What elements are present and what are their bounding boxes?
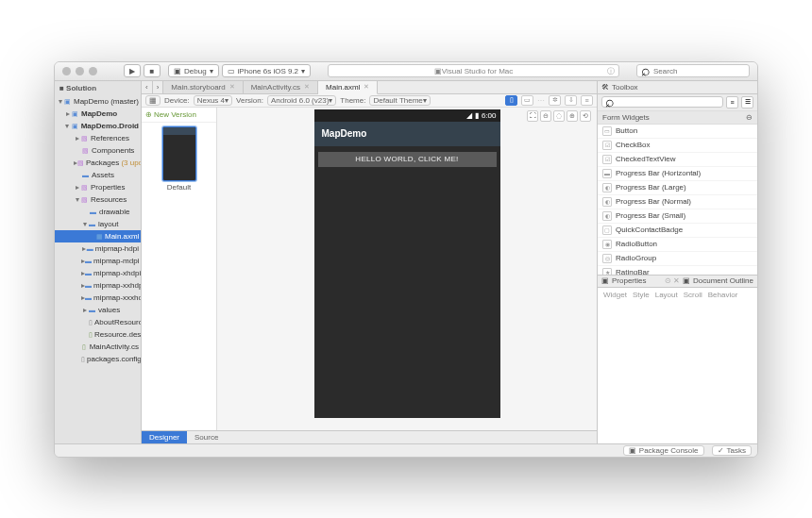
designer-tab[interactable]: Designer — [142, 431, 187, 443]
device-selector[interactable]: ▭ iPhone 6s iOS 9.2 ▾ — [222, 64, 311, 77]
close-icon[interactable]: ✕ — [229, 83, 235, 91]
tree-file[interactable]: ▯MainActivity.cs — [55, 341, 141, 353]
tree-folder[interactable]: ▸▬mipmap-hdpi — [55, 242, 141, 255]
tree-folder[interactable]: ▸▬mipmap-mdpi — [55, 255, 141, 267]
document-tabs: ‹ › Main.storyboard✕ MainActivity.cs✕ Ma… — [142, 81, 597, 94]
minimize-icon[interactable] — [76, 67, 84, 75]
toolbox-item[interactable]: ◐Progress Bar (Large) — [598, 181, 757, 195]
toolbox-item[interactable]: ★RatingBar — [598, 266, 757, 275]
tab-mainactivity[interactable]: MainActivity.cs✕ — [244, 81, 318, 93]
zoom-tools: ⛶ ⊖ ◌ ⊕ ⟲ — [527, 110, 591, 122]
prop-tab-behavior[interactable]: Behavior — [708, 291, 738, 441]
new-version-button[interactable]: ⊕New Version — [142, 108, 216, 123]
toolbox-item[interactable]: ◎RadioGroup — [598, 252, 757, 266]
tree-drawable[interactable]: ▬drawable — [55, 206, 141, 218]
prop-tab-layout[interactable]: Layout — [655, 291, 678, 441]
toolbox-list[interactable]: ▭Button ☑CheckBox ☑CheckedTextView ▬Prog… — [598, 125, 757, 275]
solution-head: ■ Solution — [55, 81, 141, 95]
tree-file[interactable]: ▯AboutResources.txt — [55, 316, 141, 328]
tree-folder[interactable]: ▸▬mipmap-xxxhdpi — [55, 292, 141, 304]
collapse-icon[interactable]: ⊖ — [746, 113, 753, 122]
toolbox-item[interactable]: ▢QuickContactBadge — [598, 224, 757, 238]
package-console-button[interactable]: ▣ Package Console — [623, 445, 704, 456]
alternative-layouts: ⊕New Version Default — [142, 108, 217, 430]
layout-thumb-default[interactable] — [162, 126, 196, 181]
tree-folder[interactable]: ▸▬mipmap-xxhdpi — [55, 279, 141, 292]
source-tab[interactable]: Source — [187, 431, 226, 443]
tree-resources[interactable]: ▾▧Resources — [55, 193, 141, 206]
run-button[interactable]: ▶ — [124, 64, 141, 77]
device-dropdown[interactable]: Nexus 4 ▾ — [194, 95, 232, 106]
toolbox-view-list[interactable]: ☰ — [741, 96, 753, 109]
toolbox-search-input[interactable] — [615, 98, 719, 107]
zoom-out-button[interactable]: ⊖ — [540, 110, 551, 122]
tasks-button[interactable]: ✓ Tasks — [712, 445, 752, 456]
theme-dropdown[interactable]: Default Theme ▾ — [369, 95, 430, 106]
prop-tab-widget[interactable]: Widget — [603, 291, 627, 441]
pin-icon[interactable]: ⊙ ✕ — [665, 276, 680, 285]
toolbox-item[interactable]: ▭Button — [598, 125, 757, 139]
design-canvas[interactable]: ⛶ ⊖ ◌ ⊕ ⟲ ◢ ▮ 6:00 MapDemo HELLO WORLD — [217, 108, 597, 430]
hello-button[interactable]: HELLO WORLD, CLICK ME! — [318, 152, 497, 167]
options-button[interactable]: ≡ — [581, 95, 593, 106]
tree-layout[interactable]: ▾▬layout — [55, 218, 141, 230]
main-area: ■ Solution ▾▣MapDemo (master) ▸▣MapDemo … — [55, 81, 757, 443]
radio-icon: ◉ — [602, 240, 612, 249]
export-button[interactable]: ⇩ — [565, 95, 577, 106]
tree-folder[interactable]: ▸▬values — [55, 304, 141, 316]
stop-button[interactable]: ■ — [144, 64, 161, 77]
solution-tree[interactable]: ▾▣MapDemo (master) ▸▣MapDemo ▾▣MapDemo.D… — [55, 95, 141, 443]
tree-references[interactable]: ▸▧References — [55, 132, 141, 144]
signal-icon: ◢ — [466, 111, 472, 120]
toolbox-item[interactable]: ◐Progress Bar (Small) — [598, 209, 757, 224]
tree-properties[interactable]: ▸▧Properties — [55, 181, 141, 193]
checkedtext-icon: ☑ — [602, 155, 612, 164]
tree-assets[interactable]: ▬Assets — [55, 169, 141, 181]
nav-fwd[interactable]: › — [153, 81, 164, 93]
tree-file[interactable]: ▯Resource.designer.cs — [55, 328, 141, 341]
zoom-in-button[interactable]: ⊕ — [567, 110, 578, 122]
close-icon[interactable]: ✕ — [364, 83, 369, 91]
tree-file[interactable]: ▯packages.config — [55, 353, 141, 365]
toolbox-item[interactable]: ☑CheckBox — [598, 139, 757, 153]
toolbox-item[interactable]: ☑CheckedTextView — [598, 153, 757, 167]
info-icon[interactable]: ⓘ — [607, 66, 615, 76]
landscape-button[interactable]: ▭ — [521, 95, 533, 106]
search-input[interactable] — [653, 67, 745, 75]
toolbox-item[interactable]: ◐Progress Bar (Normal) — [598, 195, 757, 209]
zoom-reset-button[interactable]: ⟲ — [580, 110, 591, 122]
zoom-icon[interactable] — [89, 67, 97, 75]
close-icon[interactable]: ✕ — [304, 83, 310, 91]
close-icon[interactable] — [62, 67, 71, 75]
nav-back[interactable]: ‹ — [142, 81, 153, 93]
tree-folder[interactable]: ▸▬mipmap-xhdpi — [55, 267, 141, 279]
prop-tab-scroll[interactable]: Scroll — [684, 291, 702, 441]
toolbox-search-row: ⌕ ≡ ☰ — [598, 94, 757, 111]
thumb-label: Default — [167, 183, 191, 192]
tree-project[interactable]: ▾▣MapDemo.Droid — [55, 120, 141, 132]
zoom-fit-button[interactable]: ⛶ — [527, 110, 538, 122]
portrait-button[interactable]: ▯ — [505, 95, 517, 106]
prop-tab-style[interactable]: Style — [633, 291, 650, 441]
toolbox-item[interactable]: ◉RadioButton — [598, 238, 757, 252]
toolbox-search[interactable]: ⌕ — [601, 96, 723, 108]
tree-project[interactable]: ▸▣MapDemo — [55, 108, 141, 120]
config-selector[interactable]: ▣ Debug ▾ — [168, 64, 219, 77]
toolbox-item[interactable]: ▬Progress Bar (Horizontal) — [598, 167, 757, 181]
tab-main-axml[interactable]: Main.axml✕ — [318, 81, 378, 94]
tab-storyboard[interactable]: Main.storyboard✕ — [163, 81, 243, 93]
zoom-actual-button[interactable]: ◌ — [553, 110, 565, 122]
global-search[interactable]: ⌕ — [636, 64, 750, 77]
toolbox-header: 🛠 Toolbox — [598, 81, 757, 94]
tree-solution-root[interactable]: ▾▣MapDemo (master) — [55, 95, 141, 108]
version-dropdown[interactable]: Android 6.0 (v23) ▾ — [267, 95, 336, 106]
battery-icon: ▮ — [475, 111, 479, 120]
layout-mode-button[interactable]: ▦ — [145, 95, 161, 106]
toolbox-category[interactable]: Form Widgets⊖ — [598, 111, 757, 125]
tree-main-axml[interactable]: ▦Main.axml — [55, 230, 141, 242]
rating-icon: ★ — [602, 268, 612, 275]
settings-button[interactable]: ✲ — [549, 95, 561, 106]
tree-components[interactable]: ▧Components — [55, 144, 141, 157]
tree-packages[interactable]: ▸▧Packages (3 updates) — [55, 157, 141, 169]
toolbox-view-compact[interactable]: ≡ — [726, 96, 738, 109]
